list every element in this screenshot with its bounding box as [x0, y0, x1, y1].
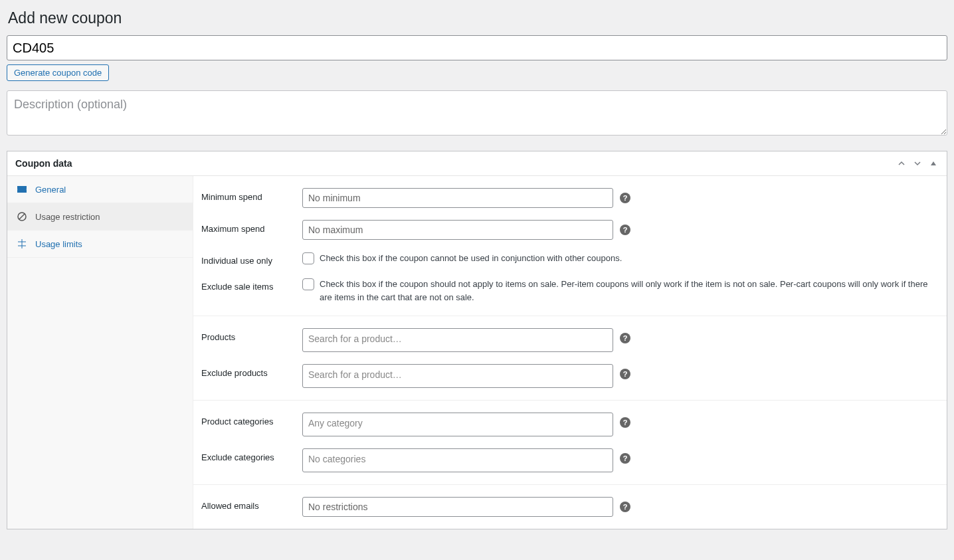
categories-group: Product categories Any category ? Exclud… [193, 401, 947, 485]
panel-body: General Usage restriction Usage limits M… [7, 176, 947, 529]
block-icon [17, 211, 27, 222]
ticket-icon [17, 184, 27, 195]
sidebar-tabs: General Usage restriction Usage limits [7, 176, 193, 529]
tab-usage-restriction-label: Usage restriction [35, 212, 100, 222]
exclude-categories-row: Exclude categories No categories ? [201, 442, 939, 478]
emails-group: Allowed emails ? [193, 485, 947, 529]
allowed-emails-row: Allowed emails ? [201, 491, 939, 523]
help-icon[interactable]: ? [620, 453, 630, 464]
tab-usage-limits[interactable]: Usage limits [7, 231, 193, 258]
help-icon[interactable]: ? [620, 502, 630, 512]
allowed-emails-input[interactable] [302, 497, 613, 517]
product-categories-label: Product categories [201, 413, 302, 426]
allowed-emails-label: Allowed emails [201, 497, 302, 511]
exclude-products-row: Exclude products Search for a product… ? [201, 358, 939, 394]
exclude-categories-select[interactable]: No categories [302, 448, 613, 472]
svg-line-1 [19, 214, 25, 219]
generate-coupon-code-button[interactable]: Generate coupon code [7, 64, 109, 81]
sliders-icon [17, 238, 27, 249]
products-label: Products [201, 328, 302, 342]
maximum-spend-row: Maximum spend ? [201, 214, 939, 246]
help-icon[interactable]: ? [620, 225, 630, 235]
tab-usage-restriction[interactable]: Usage restriction [7, 203, 193, 231]
help-icon[interactable]: ? [620, 417, 630, 428]
products-select[interactable]: Search for a product… [302, 328, 613, 352]
minimum-spend-row: Minimum spend ? [201, 182, 939, 214]
triangle-up-icon[interactable] [928, 158, 939, 169]
chevron-up-icon[interactable] [896, 158, 907, 169]
individual-use-description: Check this box if the coupon cannot be u… [320, 252, 622, 265]
exclude-sale-label: Exclude sale items [201, 278, 302, 292]
minimum-spend-label: Minimum spend [201, 188, 302, 202]
exclude-sale-checkbox[interactable] [302, 278, 314, 290]
individual-use-label: Individual use only [201, 252, 302, 266]
individual-use-row: Individual use only Check this box if th… [201, 246, 939, 272]
products-row: Products Search for a product… ? [201, 322, 939, 358]
products-group: Products Search for a product… ? Exclude… [193, 316, 947, 401]
tab-usage-limits-label: Usage limits [35, 239, 82, 249]
exclude-sale-row: Exclude sale items Check this box if the… [201, 272, 939, 310]
minimum-spend-input[interactable] [302, 188, 613, 208]
individual-use-checkbox[interactable] [302, 252, 314, 264]
help-icon[interactable]: ? [620, 369, 630, 379]
coupon-code-input[interactable] [7, 35, 947, 60]
exclude-categories-label: Exclude categories [201, 448, 302, 462]
panel-title: Coupon data [15, 158, 72, 169]
panel-controls [896, 158, 939, 169]
coupon-description-textarea[interactable] [7, 90, 947, 136]
exclude-products-label: Exclude products [201, 364, 302, 378]
panel-header: Coupon data [7, 151, 947, 176]
help-icon[interactable]: ? [620, 193, 630, 203]
spend-group: Minimum spend ? Maximum spend ? Individu… [193, 176, 947, 316]
coupon-data-panel: Coupon data General [7, 151, 947, 529]
help-icon[interactable]: ? [620, 333, 630, 343]
tab-general-label: General [35, 185, 66, 195]
maximum-spend-input[interactable] [302, 220, 613, 240]
product-categories-row: Product categories Any category ? [201, 407, 939, 442]
tab-general[interactable]: General [7, 176, 193, 203]
exclude-products-select[interactable]: Search for a product… [302, 364, 613, 388]
maximum-spend-label: Maximum spend [201, 220, 302, 234]
product-categories-select[interactable]: Any category [302, 413, 613, 436]
exclude-sale-description: Check this box if the coupon should not … [320, 278, 939, 304]
content-area: Minimum spend ? Maximum spend ? Individu… [193, 176, 947, 529]
chevron-down-icon[interactable] [912, 158, 923, 169]
page-title: Add new coupon [7, 7, 947, 27]
